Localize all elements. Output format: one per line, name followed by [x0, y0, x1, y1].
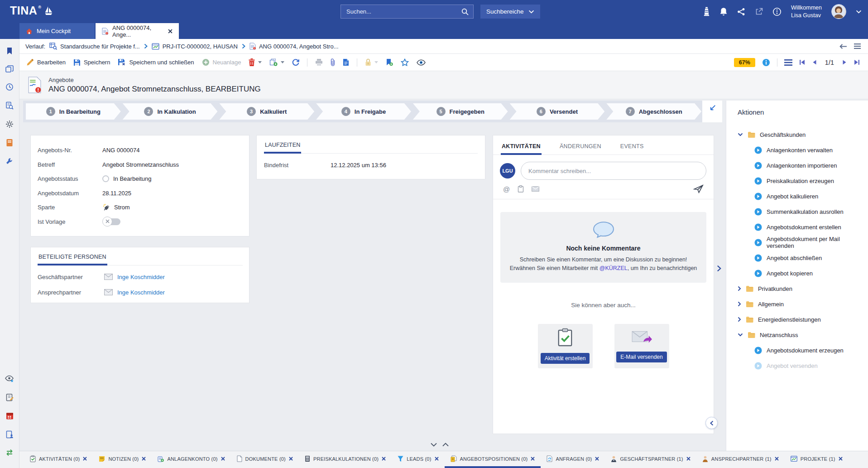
ansprechpartner-link[interactable]: Inge Koschmidder: [117, 289, 165, 296]
open-external-icon[interactable]: [755, 8, 763, 16]
planner-calendar-icon[interactable]: [6, 412, 14, 420]
watch-eye-button[interactable]: [417, 59, 426, 66]
refresh-button[interactable]: [292, 59, 299, 66]
create-activity-button[interactable]: Aktivität erstellen: [541, 353, 590, 364]
close-tab-icon[interactable]: [531, 457, 535, 461]
laufzeiten-section-title[interactable]: LAUFZEITEN: [264, 141, 301, 154]
action-angebotsdokument-erzeugen[interactable]: Angebotsdokument erzeugen: [738, 343, 868, 358]
close-tab-icon[interactable]: [435, 457, 439, 461]
nav-first-icon[interactable]: [799, 59, 805, 65]
mention-at-icon[interactable]: @: [503, 185, 510, 193]
search-icon[interactable]: [461, 8, 469, 15]
mention-kuerzel-link[interactable]: @KÜRZEL: [599, 265, 628, 271]
close-tab-icon[interactable]: [686, 457, 691, 461]
process-step-in-freigabe[interactable]: 4In Freigabe: [316, 103, 411, 120]
action-angebot-kopieren[interactable]: Angebot kopieren: [738, 265, 868, 281]
tab-aktivitaeten[interactable]: AKTIVITÄTEN: [501, 143, 542, 155]
action-preiskalkulation-erzeugen[interactable]: Preiskalkulation erzeugen: [738, 173, 868, 188]
close-tab-icon[interactable]: [221, 457, 225, 461]
envelope-icon[interactable]: [104, 274, 113, 280]
process-step-versendet[interactable]: 6Versendet: [510, 103, 605, 120]
breadcrumb-item-project[interactable]: PRJ-ITC-0000002, HAUSAN: [152, 43, 238, 50]
watchlist-eye-star-icon[interactable]: [5, 375, 14, 383]
bookmark-icon[interactable]: [6, 47, 13, 55]
export-document-button[interactable]: [343, 58, 349, 66]
collapse-sidebar-button[interactable]: [705, 417, 718, 429]
document-person-icon[interactable]: [6, 430, 14, 439]
process-step-in-bearbeitung[interactable]: 1In Bearbeitung: [26, 103, 121, 120]
tab-leads-bottom[interactable]: LEADS (0): [392, 451, 444, 468]
chevron-down-icon[interactable]: [431, 443, 437, 447]
breadcrumb-item-offer[interactable]: ANG 0000074, Angebot Stro...: [249, 43, 339, 50]
tab-anlagenkonto-bottom[interactable]: ANLAGENKONTO (0): [152, 451, 230, 468]
delete-button[interactable]: [249, 58, 262, 66]
process-step-freigegeben[interactable]: 5Freigegeben: [413, 103, 508, 120]
action-group-privatkunden[interactable]: Privatkunden: [738, 281, 868, 296]
comment-input[interactable]: [521, 162, 706, 180]
beteiligte-section-title[interactable]: BETEILIGTE PERSONEN: [38, 253, 107, 265]
tab-angebotspositionen-bottom[interactable]: ANGEBOTSPOSITIONEN (0): [445, 451, 541, 468]
process-step-abgeschlossen[interactable]: 7Abgeschlossen: [606, 103, 701, 120]
user-menu-chevron-icon[interactable]: [856, 10, 862, 14]
action-angebotsdokument-per-mail[interactable]: Angebotsdokument per Mail versenden: [738, 235, 868, 250]
save-and-close-button[interactable]: Speichern und schließen: [118, 58, 194, 66]
search-document-icon[interactable]: [5, 101, 14, 110]
list-menu-icon[interactable]: [784, 59, 792, 66]
action-angebot-kalkulieren[interactable]: Angebot kalkulieren: [738, 188, 868, 204]
envelope-icon[interactable]: [104, 289, 113, 295]
nav-next-icon[interactable]: [842, 59, 847, 65]
close-tab-icon[interactable]: [289, 457, 293, 461]
action-anlagenkonten-importieren[interactable]: Anlagenkonten importieren: [738, 158, 868, 173]
save-button[interactable]: Speichern: [73, 59, 110, 66]
action-group-energiedienstleistungen[interactable]: Energiedienstleistungen: [738, 312, 868, 327]
share-icon[interactable]: [737, 8, 745, 16]
action-summenkalkulation-ausrollen[interactable]: Summenkalkulation ausrollen: [738, 204, 868, 219]
send-email-button[interactable]: E-Mail versenden: [616, 352, 667, 362]
ist-vorlage-toggle-off[interactable]: [103, 218, 120, 225]
copy-record-button[interactable]: [269, 58, 284, 66]
action-angebotsdokument-erstellen[interactable]: Angebotsdokument erstellen: [738, 219, 868, 235]
close-tab-icon[interactable]: [142, 457, 146, 461]
tab-mein-cockpit[interactable]: Mein Cockpit: [19, 23, 95, 39]
action-group-geschaeftskunden[interactable]: Geschäftskunden: [738, 127, 868, 142]
close-tab-icon[interactable]: [83, 457, 87, 461]
close-tab-icon[interactable]: [168, 29, 173, 34]
geschaeftspartner-link[interactable]: Inge Koschmidder: [117, 274, 165, 280]
tab-dokumente-bottom[interactable]: DOKUMENTE (0): [231, 451, 299, 468]
nav-prev-icon[interactable]: [812, 59, 817, 65]
action-anlagenkonten-verwalten[interactable]: Anlagenkonten verwalten: [738, 142, 868, 158]
collapse-process-bar[interactable]: [702, 101, 722, 122]
swap-arrows-icon[interactable]: [5, 449, 14, 456]
notes-clipboard-icon[interactable]: [6, 393, 14, 401]
tab-ansprechpartner-bottom[interactable]: ANSPRECHPARTNER (1): [696, 451, 785, 468]
edit-button[interactable]: Bearbeiten: [26, 58, 66, 66]
tab-anfragen-bottom[interactable]: ANFRAGEN (0): [541, 451, 605, 468]
tab-aenderungen[interactable]: ÄNDERUNGEN: [559, 143, 602, 154]
send-comment-icon[interactable]: [693, 184, 704, 193]
breadcrumb-item-search[interactable]: Standardsuche für Projekte f...: [49, 43, 140, 50]
action-group-allgemein[interactable]: Allgemein: [738, 296, 868, 312]
close-tab-icon[interactable]: [839, 457, 843, 461]
bookmark-add-button[interactable]: [386, 58, 393, 66]
task-clipboard-icon[interactable]: [518, 185, 524, 193]
more-options-icon[interactable]: [772, 7, 782, 16]
tab-record-ang-0000074[interactable]: ANG 0000074, Ange...: [96, 23, 179, 39]
tab-aktivitaeten-bottom[interactable]: AKTIVITÄTEN (0): [24, 451, 93, 468]
attachment-button[interactable]: [331, 58, 335, 66]
favorite-star-button[interactable]: [401, 58, 409, 66]
nav-last-icon[interactable]: [854, 59, 860, 65]
close-tab-icon[interactable]: [775, 457, 779, 461]
tab-events[interactable]: EVENTS: [619, 143, 645, 154]
action-angebot-abschliessen[interactable]: Angebot abschließen: [738, 250, 868, 265]
collections-icon[interactable]: [5, 65, 14, 72]
lighthouse-icon[interactable]: [703, 7, 710, 16]
action-group-netzanschluss[interactable]: Netzanschluss: [738, 327, 868, 343]
tools-wrench-icon[interactable]: [5, 157, 14, 165]
history-menu-icon[interactable]: [854, 43, 861, 49]
user-avatar[interactable]: [831, 4, 846, 19]
process-step-kalkuliert[interactable]: 3Kalkuliert: [219, 103, 314, 120]
search-scope-dropdown[interactable]: Suchbereiche: [480, 5, 540, 19]
history-clock-icon[interactable]: [5, 83, 14, 91]
notifications-bell-icon[interactable]: [719, 7, 728, 16]
process-step-in-kalkulation[interactable]: 2In Kalkulation: [123, 103, 218, 120]
